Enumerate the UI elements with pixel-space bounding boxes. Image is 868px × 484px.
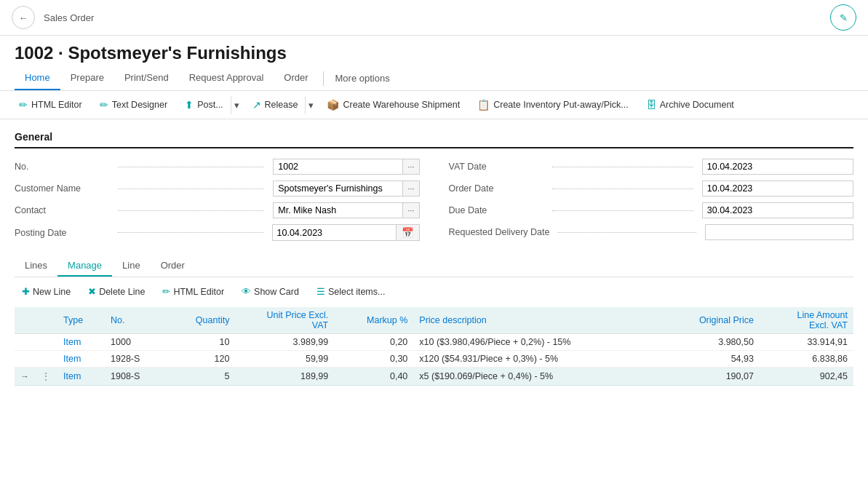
row-quantity[interactable]: 120	[167, 351, 235, 368]
customer-name-ellipsis-button[interactable]: ···	[402, 180, 419, 197]
lines-toolbar: ✚ New Line ✖ Delete Line ✏ HTML Editor 👁…	[15, 283, 853, 300]
inventory-icon: 📋	[477, 99, 490, 111]
top-bar: ← Sales Order ✎	[0, 0, 868, 36]
col-header-original-price: Original Price	[660, 307, 760, 334]
vat-date-input[interactable]	[702, 159, 853, 175]
row-line-amount[interactable]: 902,45	[760, 368, 853, 386]
html-editor-button[interactable]: ✏ HTML Editor	[12, 95, 89, 114]
select-items-button[interactable]: ☰ Select items...	[309, 283, 393, 300]
lines-html-editor-button[interactable]: ✏ HTML Editor	[155, 283, 231, 300]
post-dropdown-arrow[interactable]: ▾	[231, 96, 242, 114]
order-date-input[interactable]	[702, 180, 853, 197]
post-button[interactable]: ⬆ Post...	[178, 95, 230, 114]
row-type[interactable]: Item	[57, 368, 105, 386]
table-row: Item 1000 10 3.989,99 0,20 x10 ($3.980,4…	[15, 334, 853, 351]
row-no[interactable]: 1000	[105, 334, 167, 351]
customer-name-input[interactable]	[273, 180, 402, 197]
customer-name-label: Customer Name	[15, 183, 109, 194]
contact-ellipsis-button[interactable]: ···	[402, 202, 419, 218]
tab-request-approval[interactable]: Request Approval	[179, 66, 274, 90]
col-header-line-amount: Line AmountExcl. VAT	[760, 307, 853, 334]
tab-line[interactable]: Line	[112, 255, 151, 277]
row-arrow	[15, 351, 35, 368]
tab-home[interactable]: Home	[15, 66, 60, 90]
select-items-icon: ☰	[316, 286, 325, 297]
table-header-row: Type No. Quantity Unit Price Excl.VAT Ma…	[15, 307, 853, 334]
row-line-amount[interactable]: 6.838,86	[760, 351, 853, 368]
back-button[interactable]: ←	[12, 6, 35, 29]
nav-more-options[interactable]: More options	[328, 67, 397, 90]
posting-date-input[interactable]	[272, 224, 396, 241]
row-markup[interactable]: 0,40	[334, 368, 413, 386]
tab-print-send[interactable]: Print/Send	[114, 66, 179, 90]
show-card-button[interactable]: 👁 Show Card	[234, 283, 306, 300]
customer-name-row: Customer Name ···	[15, 180, 420, 197]
row-original-price[interactable]: 190,07	[660, 368, 760, 386]
archive-document-button[interactable]: 🗄 Archive Document	[639, 95, 741, 114]
row-price-desc: x10 ($3.980,496/Piece + 0,2%) - 15%	[413, 334, 659, 351]
new-line-icon: ✚	[22, 286, 30, 297]
release-dropdown-arrow[interactable]: ▾	[305, 96, 316, 114]
contact-input[interactable]	[273, 202, 402, 218]
order-date-row: Order Date	[449, 180, 854, 197]
edit-button[interactable]: ✎	[830, 4, 856, 31]
new-line-button[interactable]: ✚ New Line	[15, 283, 78, 300]
row-unit-price[interactable]: 59,99	[235, 351, 334, 368]
row-original-price[interactable]: 3.980,50	[660, 334, 760, 351]
release-button[interactable]: ↗ Release	[245, 95, 306, 114]
contact-label: Contact	[15, 205, 109, 215]
contact-input-group: ···	[273, 202, 419, 218]
tab-manage[interactable]: Manage	[57, 255, 112, 277]
row-dots[interactable]: ⋮	[35, 368, 57, 386]
row-markup[interactable]: 0,30	[334, 351, 413, 368]
row-line-amount[interactable]: 33.914,91	[760, 334, 853, 351]
col-header-price-desc: Price description	[413, 307, 659, 334]
requested-delivery-input[interactable]	[705, 224, 853, 240]
row-unit-price[interactable]: 189,99	[235, 368, 334, 386]
requested-delivery-row: Requested Delivery Date	[449, 224, 854, 240]
general-form: No. ··· Customer Name ··· Contact	[15, 159, 853, 241]
due-date-input[interactable]	[702, 202, 853, 218]
contact-row: Contact ···	[15, 202, 420, 218]
form-left-col: No. ··· Customer Name ··· Contact	[15, 159, 420, 241]
row-no[interactable]: 1928-S	[105, 351, 167, 368]
posting-date-calendar-button[interactable]: 📅	[396, 224, 420, 241]
col-header-dots	[35, 307, 57, 334]
row-price-desc: x120 ($54.931/Piece + 0,3%) - 5%	[413, 351, 659, 368]
row-quantity[interactable]: 10	[167, 334, 235, 351]
page-type-label: Sales Order	[44, 12, 94, 23]
row-original-price[interactable]: 54,93	[660, 351, 760, 368]
row-quantity[interactable]: 5	[167, 368, 235, 386]
delete-line-icon: ✖	[88, 286, 96, 297]
create-inventory-button[interactable]: 📋 Create Inventory Put-away/Pick...	[470, 95, 636, 114]
row-type[interactable]: Item	[57, 351, 105, 368]
no-input[interactable]	[273, 159, 402, 175]
row-dots[interactable]	[35, 351, 57, 368]
archive-icon: 🗄	[646, 99, 656, 111]
lines-tabs: Lines Manage Line Order	[15, 255, 853, 277]
row-type[interactable]: Item	[57, 334, 105, 351]
posting-date-input-group: 📅	[272, 224, 420, 241]
row-arrow	[15, 334, 35, 351]
row-no[interactable]: 1908-S	[105, 368, 167, 386]
requested-delivery-label: Requested Delivery Date	[449, 227, 550, 237]
tab-order-lines[interactable]: Order	[151, 255, 195, 277]
delete-line-button[interactable]: ✖ Delete Line	[81, 283, 152, 300]
table-row: Item 1928-S 120 59,99 0,30 x120 ($54.931…	[15, 351, 853, 368]
lines-table: Type No. Quantity Unit Price Excl.VAT Ma…	[15, 307, 853, 386]
tab-order[interactable]: Order	[274, 66, 318, 90]
tab-lines[interactable]: Lines	[15, 255, 57, 277]
col-header-markup: Markup %	[334, 307, 413, 334]
create-warehouse-shipment-button[interactable]: 📦 Create Warehouse Shipment	[319, 95, 467, 114]
no-field-row: No. ···	[15, 159, 420, 175]
no-label: No.	[15, 162, 109, 172]
table-row: → ⋮ Item 1908-S 5 189,99 0,40 x5 ($190.0…	[15, 368, 853, 386]
no-ellipsis-button[interactable]: ···	[402, 159, 419, 175]
release-dropdown: ↗ Release ▾	[245, 95, 317, 114]
text-designer-button[interactable]: ✏ Text Designer	[92, 95, 175, 114]
row-unit-price[interactable]: 3.989,99	[235, 334, 334, 351]
warehouse-icon: 📦	[327, 99, 339, 111]
tab-prepare[interactable]: Prepare	[60, 66, 114, 90]
row-markup[interactable]: 0,20	[334, 334, 413, 351]
row-dots[interactable]	[35, 334, 57, 351]
